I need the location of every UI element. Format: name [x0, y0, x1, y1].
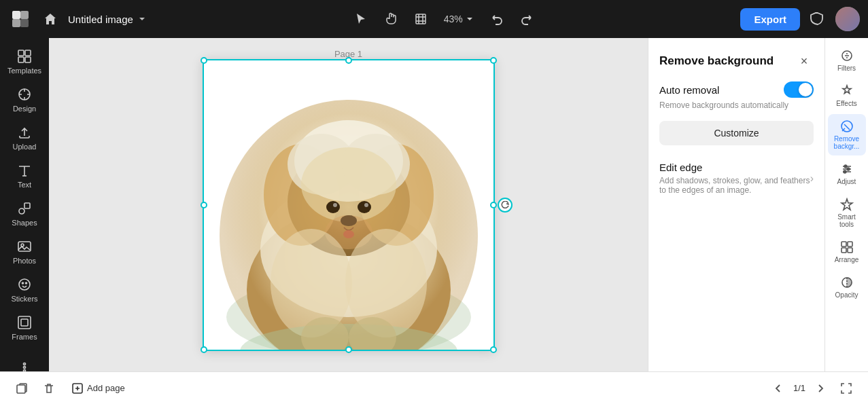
- smart-tools-icon: [840, 198, 854, 211]
- right-icon-arrange[interactable]: Arrange: [828, 235, 866, 269]
- svg-rect-2: [12, 19, 20, 27]
- right-icon-label-adjust: Adjust: [837, 178, 856, 185]
- home-button[interactable]: [38, 7, 63, 31]
- svg-rect-5: [18, 50, 24, 56]
- page-navigation: 1/1: [769, 379, 830, 398]
- sidebar-item-design[interactable]: Design: [3, 81, 46, 118]
- svg-rect-11: [24, 203, 30, 208]
- right-icon-label-smart-tools: Smart tools: [831, 213, 863, 228]
- file-title-chevron: [137, 14, 147, 24]
- right-icon-adjust[interactable]: Adjust: [828, 157, 866, 191]
- svg-rect-1: [20, 11, 29, 19]
- svg-point-55: [844, 165, 847, 168]
- frame-icon: [414, 12, 428, 26]
- shapes-icon: [17, 201, 32, 216]
- hand-tool-button[interactable]: [379, 7, 403, 31]
- svg-rect-6: [25, 50, 31, 56]
- frame-tool-button[interactable]: [409, 7, 433, 31]
- undo-button[interactable]: [485, 7, 509, 31]
- text-icon: [17, 163, 32, 178]
- effects-icon: [840, 84, 854, 98]
- file-title: Untitled image: [68, 14, 133, 25]
- avatar[interactable]: [835, 7, 860, 31]
- sidebar-item-text[interactable]: Text: [3, 158, 46, 194]
- app-logo[interactable]: [8, 7, 33, 31]
- right-icon-smart-tools[interactable]: Smart tools: [828, 192, 866, 234]
- sidebar-item-stickers[interactable]: Stickers: [3, 272, 46, 308]
- svg-rect-0: [12, 11, 20, 19]
- right-icon-opacity[interactable]: Opacity: [828, 270, 866, 304]
- hand-icon: [384, 12, 398, 26]
- sidebar-item-photos[interactable]: Photos: [3, 234, 46, 270]
- chevron-right-icon: ›: [810, 172, 814, 185]
- sidebar-item-shapes[interactable]: Shapes: [3, 196, 46, 232]
- fullscreen-button[interactable]: [835, 378, 857, 399]
- svg-rect-58: [841, 242, 846, 246]
- svg-point-20: [24, 367, 26, 369]
- right-icon-label-effects: Effects: [836, 100, 856, 107]
- copy-element-icon: [16, 382, 28, 394]
- svg-point-10: [19, 208, 24, 214]
- export-button[interactable]: Export: [740, 8, 800, 31]
- zoom-control[interactable]: 43%: [438, 11, 479, 27]
- sidebar-label-upload: Upload: [13, 143, 37, 151]
- auto-removal-toggle[interactable]: [784, 81, 814, 98]
- next-page-button[interactable]: [811, 379, 830, 398]
- topbar-center-controls: 43%: [152, 7, 735, 31]
- copy-element-button[interactable]: [11, 378, 33, 399]
- right-icon-filters[interactable]: Filters: [828, 43, 866, 77]
- panel-close-button[interactable]: ×: [795, 52, 814, 71]
- auto-removal-section: Auto removal Remove backgrounds automati…: [659, 81, 814, 110]
- add-page-button[interactable]: Add page: [65, 379, 132, 398]
- canvas-page[interactable]: [203, 59, 495, 351]
- svg-rect-4: [416, 14, 426, 24]
- svg-point-14: [19, 279, 30, 290]
- dog-image: [203, 59, 495, 351]
- sidebar-item-upload[interactable]: Upload: [3, 120, 46, 156]
- file-title-area[interactable]: Untitled image: [68, 14, 147, 25]
- delete-element-button[interactable]: [38, 378, 60, 399]
- arrange-icon: [840, 240, 854, 254]
- prev-page-button[interactable]: [769, 379, 788, 398]
- edit-edge-row[interactable]: Edit edge Add shadows, strokes, glow, an…: [659, 156, 814, 200]
- canvas-area: Page 1: [49, 38, 648, 371]
- sidebar-label-frames: Frames: [12, 333, 37, 341]
- svg-point-19: [24, 363, 26, 365]
- sidebar-item-frames[interactable]: Frames: [3, 310, 46, 346]
- sidebar-label-templates: Templates: [7, 67, 41, 75]
- svg-rect-61: [848, 248, 852, 253]
- undo-icon: [490, 12, 504, 26]
- opacity-icon: [840, 276, 854, 289]
- add-page-label: Add page: [87, 383, 125, 393]
- auto-removal-description: Remove backgrounds automatically: [659, 100, 814, 110]
- svg-rect-7: [18, 57, 24, 62]
- customize-button[interactable]: Customize: [659, 121, 814, 145]
- redo-button[interactable]: [515, 7, 539, 31]
- adjust-icon: [840, 162, 854, 176]
- svg-rect-18: [21, 319, 28, 326]
- select-tool-button[interactable]: [349, 7, 373, 31]
- panel-title: Remove background: [659, 54, 774, 68]
- sidebar-label-shapes: Shapes: [12, 219, 37, 227]
- svg-rect-63: [17, 385, 25, 393]
- svg-rect-60: [841, 248, 846, 253]
- rotate-handle[interactable]: [498, 198, 513, 213]
- right-icon-sidebar: Filters Effects Remove backgr... Adjust: [824, 38, 868, 371]
- left-sidebar: Templates Design Upload Text: [0, 38, 49, 371]
- filters-icon: [840, 49, 854, 62]
- sidebar-item-more[interactable]: [3, 354, 46, 371]
- main-area: Templates Design Upload Text: [0, 38, 868, 371]
- shield-icon-button[interactable]: [805, 7, 830, 31]
- stickers-icon: [17, 277, 32, 292]
- shield-icon: [810, 12, 825, 26]
- sidebar-label-photos: Photos: [13, 257, 36, 265]
- remove-bg-icon: [840, 120, 854, 133]
- right-icon-effects[interactable]: Effects: [828, 79, 866, 113]
- svg-point-45: [364, 203, 368, 207]
- auto-removal-header: Auto removal: [659, 81, 814, 98]
- sidebar-item-templates[interactable]: Templates: [3, 43, 46, 80]
- right-icon-remove-bg[interactable]: Remove backgr...: [828, 114, 866, 155]
- frames-icon: [17, 315, 32, 330]
- topbar-right-controls: Export: [740, 7, 860, 31]
- add-page-icon: [72, 383, 83, 394]
